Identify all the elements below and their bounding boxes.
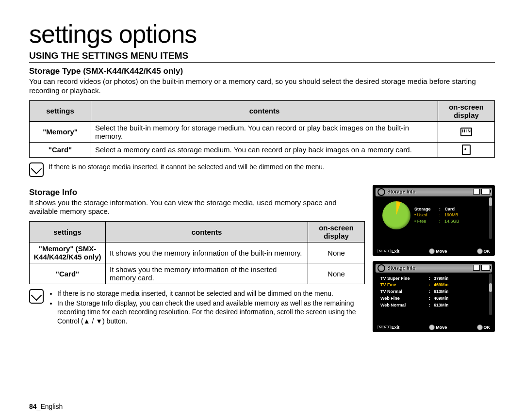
table-row: "Memory" Select the built-in memory for … xyxy=(30,121,495,142)
col-settings: settings xyxy=(30,222,106,242)
note-icon xyxy=(29,162,44,177)
storage-type-intro: You can record videos (or photos) on the… xyxy=(29,77,495,96)
storage-info-heading: Storage Info xyxy=(29,188,365,197)
ok-button[interactable] xyxy=(477,324,483,330)
col-contents: contents xyxy=(106,222,308,242)
storage-type-heading: Storage Type (SMX-K44/K442/K45 only) xyxy=(29,66,495,76)
menu-button[interactable]: MENU xyxy=(377,249,391,253)
contents-memory: It shows you the memory information of t… xyxy=(106,242,308,263)
setting-card: "Card" xyxy=(30,263,106,284)
contents-memory: Select the built-in memory for storage m… xyxy=(91,121,438,142)
screen-title: Storage Info xyxy=(387,189,415,194)
battery-icon xyxy=(481,189,490,194)
setting-memory: "Memory" (SMX-K44/K442/K45 only) xyxy=(30,242,106,263)
storage-info-notes: If there is no storage media inserted, i… xyxy=(49,289,365,326)
device-screen-pie: Storage Info Storage: Card • Used: 190MB… xyxy=(373,185,495,256)
page-footer: 84_English xyxy=(29,403,63,410)
storage-type-note: If there is no storage media inserted, i… xyxy=(49,162,325,171)
resolution-list: TV Super Fine:379Min TV Fine:469Min TV N… xyxy=(376,275,492,309)
note-icon xyxy=(29,289,44,304)
col-osd: on-screen display xyxy=(308,222,365,242)
storage-info-intro: It shows you the storage information. Yo… xyxy=(29,198,365,217)
sd-icon xyxy=(473,189,480,194)
osd-memory: None xyxy=(308,242,365,263)
pie-legend: Storage: Card • Used: 190MB • Free: 14.6… xyxy=(414,206,459,225)
osd-card-icon xyxy=(438,142,495,157)
section-heading: USING THE SETTINGS MENU ITEMS xyxy=(29,50,495,63)
table-row: "Memory" (SMX-K44/K442/K45 only) It show… xyxy=(30,242,365,263)
note-item: If there is no storage media inserted, i… xyxy=(57,289,365,298)
contents-card: Select a memory card as storage medium. … xyxy=(91,142,438,157)
storage-pie-chart xyxy=(382,201,410,229)
gear-icon xyxy=(377,264,385,272)
storage-type-table: settings contents on-screen display "Mem… xyxy=(29,100,495,158)
move-button[interactable] xyxy=(429,324,435,330)
table-row: "Card" It shows you the memory informati… xyxy=(30,263,365,284)
move-button[interactable] xyxy=(429,248,435,254)
setting-card: "Card" xyxy=(30,142,91,157)
page-title: settings options xyxy=(29,19,495,48)
scrollbar[interactable] xyxy=(489,274,492,315)
menu-button[interactable]: MENU xyxy=(377,325,391,329)
osd-memory-icon xyxy=(438,121,495,142)
col-contents: contents xyxy=(91,100,438,121)
note-item: In the Storage Info display, you can che… xyxy=(57,299,365,325)
ok-button[interactable] xyxy=(477,248,483,254)
storage-info-table: settings contents on-screen display "Mem… xyxy=(29,221,365,284)
setting-memory: "Memory" xyxy=(30,121,91,142)
sd-icon xyxy=(473,265,480,271)
osd-card: None xyxy=(308,263,365,284)
battery-icon xyxy=(481,265,490,271)
gear-icon xyxy=(377,188,385,196)
scrollbar[interactable] xyxy=(489,197,492,239)
contents-card: It shows you the memory information of t… xyxy=(106,263,308,284)
table-row: "Card" Select a memory card as storage m… xyxy=(30,142,495,157)
card-icon xyxy=(462,145,471,155)
col-osd: on-screen display xyxy=(438,100,495,121)
device-screen-list: Storage Info TV Super Fine:379Min TV Fin… xyxy=(373,261,495,332)
col-settings: settings xyxy=(30,100,91,121)
screen-title: Storage Info xyxy=(387,265,415,271)
internal-memory-icon xyxy=(460,128,472,136)
